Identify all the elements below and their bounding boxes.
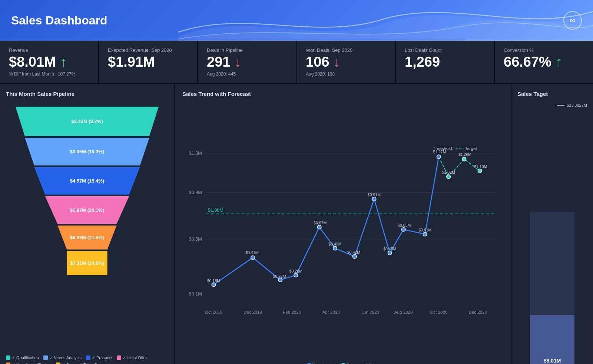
funnel-legend-label-0: ✓ Qualification xyxy=(12,355,39,360)
svg-text:$0.49M: $0.49M xyxy=(328,242,341,246)
kpi-deals-pipeline: Deals in Pipeline 291 ↓ Aug 2020: 445 xyxy=(198,41,296,83)
funnel-legend: ✓ Qualification✓ Needs Analysis✓ Prospec… xyxy=(6,355,168,364)
svg-text:$0.61M: $0.61M xyxy=(418,228,431,232)
svg-text:$1.00M: $1.00M xyxy=(208,208,223,213)
target-title: Sales Taget xyxy=(517,91,587,97)
page-title: Sales Dashboard xyxy=(11,14,107,27)
funnel-legend-dot-4 xyxy=(6,363,10,364)
funnel-legend-dot-2 xyxy=(86,355,90,360)
target-value-label: $23.8827M xyxy=(567,103,587,107)
svg-point-35 xyxy=(478,169,482,173)
kpi-deals-pipeline-value: 291 ↓ xyxy=(207,54,241,70)
kpi-won-deals: Won Deals: Sep 2020 106 ↓ Aug 2020: 198 xyxy=(297,41,395,83)
funnel-legend-item-5: ✓ Proposal/Price Quote xyxy=(56,363,105,364)
svg-text:$0.26M: $0.26M xyxy=(289,269,302,273)
svg-text:Target: Target xyxy=(465,146,477,151)
kpi-revenue: Revenue $8.01M ↑ % Diff from Last Month … xyxy=(0,41,98,83)
target-line-info: $23.8827M xyxy=(517,103,587,107)
svg-point-22 xyxy=(251,256,255,260)
funnel-legend-dot-5 xyxy=(56,363,60,364)
svg-text:$0.1M: $0.1M xyxy=(189,291,202,297)
funnel-container: $2.43M (8.2%)$3.05M (10.3%)$4.57M (15.4%… xyxy=(6,103,168,350)
app-logo: ∞ xyxy=(563,11,582,30)
svg-text:$1.02M: $1.02M xyxy=(442,170,455,174)
svg-point-23 xyxy=(278,278,282,282)
kpi-lost-deals-value: 1,269 xyxy=(405,54,440,70)
kpi-row: Revenue $8.01M ↑ % Diff from Last Month … xyxy=(0,41,593,84)
kpi-revenue-arrow: ↑ xyxy=(60,54,67,70)
funnel-legend-label-1: ✓ Needs Analysis xyxy=(49,355,82,360)
funnel-legend-dot-3 xyxy=(117,355,121,360)
svg-text:$0.42M: $0.42M xyxy=(347,250,360,254)
target-dash-icon xyxy=(557,105,564,106)
svg-text:$0.45M: $0.45M xyxy=(383,246,396,251)
kpi-deals-pipeline-label: Deals in Pipeline xyxy=(207,47,243,53)
svg-text:$0.67M: $0.67M xyxy=(314,221,327,225)
kpi-deals-pipeline-arrow: ↓ xyxy=(234,54,241,70)
funnel-legend-item-4: ✓ Negotiation/Review xyxy=(6,363,52,364)
svg-text:Apr 2020: Apr 2020 xyxy=(322,310,340,314)
funnel-title: This Month Sales Pipeline xyxy=(6,91,168,97)
svg-text:$0.41M: $0.41M xyxy=(245,250,258,255)
svg-text:$1.26M: $1.26M xyxy=(458,152,471,157)
funnel-tier-3: $5.97M (20.1%) xyxy=(45,196,129,224)
funnel-panel: This Month Sales Pipeline $2.43M (8.2%)$… xyxy=(0,84,174,364)
svg-text:Oct 2019: Oct 2019 xyxy=(205,310,222,314)
header: Sales Dashboard ∞ xyxy=(0,0,593,41)
kpi-revenue-value: $8.01M ↑ xyxy=(9,54,67,70)
kpi-conversion-value: 66.67% ↑ xyxy=(504,54,562,70)
svg-text:$0.9M: $0.9M xyxy=(189,190,202,195)
funnel-legend-label-5: ✓ Proposal/Price Quote xyxy=(62,363,105,364)
kpi-expected-revenue-label: Exepcted Revenue: Sep 2020 xyxy=(108,47,172,53)
svg-text:$1.3M: $1.3M xyxy=(189,151,202,156)
funnel-legend-dot-1 xyxy=(43,355,48,360)
svg-text:$0.22M: $0.22M xyxy=(273,274,286,278)
kpi-deals-pipeline-sub: Aug 2020: 445 xyxy=(207,71,236,77)
target-panel: Sales Taget $23.8827M $8.01M xyxy=(511,84,593,364)
funnel-tier-0: $2.43M (8.2%) xyxy=(16,107,159,136)
kpi-lost-deals: Lost Deals Count 1,269 xyxy=(396,41,494,83)
kpi-won-deals-value: 106 ↓ xyxy=(306,54,340,70)
svg-point-30 xyxy=(401,227,405,231)
svg-text:$0.18M: $0.18M xyxy=(207,278,220,283)
trend-panel: Sales Trend with Forecast $1.3M $0.9M $0… xyxy=(175,84,511,364)
kpi-won-deals-sub: Aug 2020: 198 xyxy=(306,71,335,77)
funnel-legend-item-3: ✓ Initial Offer xyxy=(117,355,147,360)
svg-text:$1.27M: $1.27M xyxy=(433,150,446,154)
kpi-conversion: Conversion % 66.67% ↑ xyxy=(495,41,593,83)
kpi-conversion-arrow: ↑ xyxy=(555,54,562,70)
svg-text:Jun 2020: Jun 2020 xyxy=(361,310,379,314)
svg-text:Oct 2020: Oct 2020 xyxy=(430,310,447,314)
target-bar-container: $8.01M xyxy=(517,109,587,364)
target-current-value: $8.01M xyxy=(530,358,574,364)
svg-point-27 xyxy=(352,254,357,258)
funnel-legend-label-2: ✓ Prospect xyxy=(92,355,112,360)
svg-point-29 xyxy=(388,251,392,255)
svg-text:$0.5M: $0.5M xyxy=(189,237,202,242)
kpi-revenue-sub: % Diff from Last Month : 107.27% xyxy=(9,71,75,77)
kpi-won-deals-arrow: ↓ xyxy=(333,54,340,70)
kpi-expected-revenue-value: $1.91M xyxy=(108,54,155,70)
kpi-revenue-label: Revenue xyxy=(9,47,28,53)
svg-point-21 xyxy=(212,283,216,287)
svg-point-25 xyxy=(317,225,321,229)
kpi-lost-deals-label: Lost Deals Count xyxy=(405,47,442,53)
svg-point-34 xyxy=(462,157,466,161)
funnel-legend-label-3: ✓ Initial Offer xyxy=(123,355,147,360)
svg-text:Dec 2019: Dec 2019 xyxy=(244,310,262,314)
svg-text:Feb 2020: Feb 2020 xyxy=(283,310,301,314)
funnel-legend-label-4: ✓ Negotiation/Review xyxy=(12,363,52,364)
svg-point-26 xyxy=(333,246,337,250)
svg-point-33 xyxy=(447,175,451,179)
svg-point-31 xyxy=(423,232,427,236)
svg-text:Aug 2020: Aug 2020 xyxy=(394,310,413,314)
trend-title: Sales Trend with Forecast xyxy=(182,91,503,97)
funnel-tier-2: $4.57M (15.4%) xyxy=(34,167,140,195)
funnel-tier-5: $7.31M (24.6%) xyxy=(67,251,107,275)
target-bar-wrapper: $8.01M xyxy=(530,212,574,364)
funnel-tier-4: $6.38M (21.5%) xyxy=(57,226,117,250)
funnel-legend-item-0: ✓ Qualification xyxy=(6,355,39,360)
funnel-legend-item-2: ✓ Prospect xyxy=(86,355,112,360)
svg-point-24 xyxy=(294,273,298,277)
funnel-legend-item-1: ✓ Needs Analysis xyxy=(43,355,82,360)
